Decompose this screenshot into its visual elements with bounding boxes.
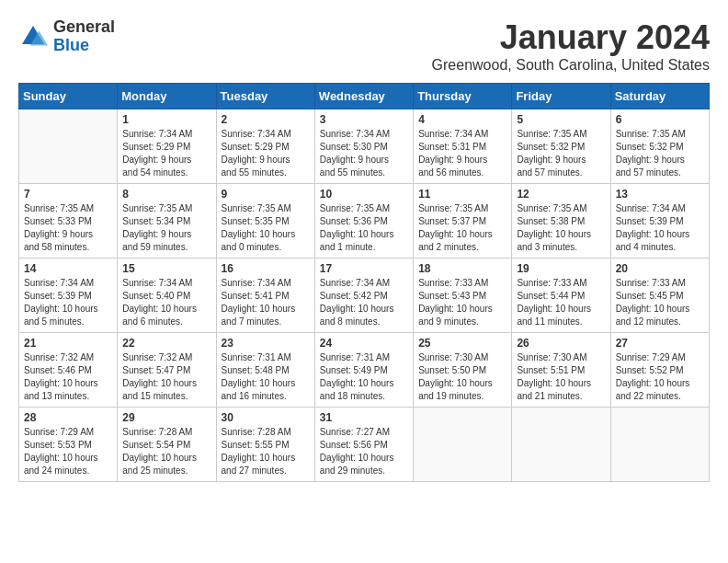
day-info: Sunrise: 7:28 AMSunset: 5:55 PMDaylight:… [222,426,310,477]
day-number: 14 [24,262,112,275]
day-number: 4 [418,113,506,126]
header-day-tuesday: Tuesday [216,84,314,109]
header-day-thursday: Thursday [414,84,512,109]
day-cell-10: 10Sunrise: 7:35 AMSunset: 5:36 PMDayligh… [314,184,413,259]
day-number: 24 [320,337,408,350]
day-cell-20: 20Sunrise: 7:33 AMSunset: 5:45 PMDayligh… [610,259,709,333]
location: Greenwood, South Carolina, United States [432,57,710,74]
day-info: Sunrise: 7:31 AMSunset: 5:48 PMDaylight:… [222,351,310,403]
day-number: 31 [320,411,408,424]
calendar-header: SundayMondayTuesdayWednesdayThursdayFrid… [19,84,710,109]
day-info: Sunrise: 7:34 AMSunset: 5:29 PMDaylight:… [122,128,210,179]
empty-cell [414,408,512,482]
day-cell-8: 8Sunrise: 7:35 AMSunset: 5:34 PMDaylight… [118,184,216,259]
empty-cell [19,109,118,184]
week-row-1: 1Sunrise: 7:34 AMSunset: 5:29 PMDaylight… [19,109,710,184]
logo-text: General Blue [53,18,115,55]
day-info: Sunrise: 7:31 AMSunset: 5:49 PMDaylight:… [320,351,408,403]
day-number: 6 [616,113,704,126]
day-number: 19 [517,262,605,275]
day-number: 23 [222,337,310,350]
day-info: Sunrise: 7:34 AMSunset: 5:39 PMDaylight:… [616,202,704,254]
header-day-wednesday: Wednesday [314,84,413,109]
day-info: Sunrise: 7:35 AMSunset: 5:38 PMDaylight:… [517,202,605,254]
week-row-4: 21Sunrise: 7:32 AMSunset: 5:46 PMDayligh… [19,333,710,408]
logo: General Blue [18,18,115,55]
logo-blue: Blue [53,37,115,55]
day-cell-1: 1Sunrise: 7:34 AMSunset: 5:29 PMDaylight… [118,109,216,184]
day-cell-12: 12Sunrise: 7:35 AMSunset: 5:38 PMDayligh… [512,184,610,259]
week-row-3: 14Sunrise: 7:34 AMSunset: 5:39 PMDayligh… [19,259,710,333]
day-cell-23: 23Sunrise: 7:31 AMSunset: 5:48 PMDayligh… [216,333,314,408]
day-info: Sunrise: 7:34 AMSunset: 5:31 PMDaylight:… [418,128,506,179]
day-info: Sunrise: 7:32 AMSunset: 5:46 PMDaylight:… [24,351,112,403]
day-cell-4: 4Sunrise: 7:34 AMSunset: 5:31 PMDaylight… [414,109,512,184]
day-info: Sunrise: 7:34 AMSunset: 5:29 PMDaylight:… [222,128,310,179]
day-cell-13: 13Sunrise: 7:34 AMSunset: 5:39 PMDayligh… [610,184,709,259]
day-cell-16: 16Sunrise: 7:34 AMSunset: 5:41 PMDayligh… [216,259,314,333]
day-info: Sunrise: 7:34 AMSunset: 5:40 PMDaylight:… [122,277,210,328]
day-number: 22 [122,337,210,350]
empty-cell [512,408,610,482]
month-title: January 2024 [432,18,710,57]
day-number: 28 [24,411,112,424]
header-day-monday: Monday [118,84,216,109]
day-cell-5: 5Sunrise: 7:35 AMSunset: 5:32 PMDaylight… [512,109,610,184]
day-number: 10 [320,188,408,201]
title-block: January 2024 Greenwood, South Carolina, … [432,18,710,74]
day-cell-19: 19Sunrise: 7:33 AMSunset: 5:44 PMDayligh… [512,259,610,333]
empty-cell [610,408,709,482]
day-number: 12 [517,188,605,201]
day-info: Sunrise: 7:35 AMSunset: 5:33 PMDaylight:… [24,202,112,254]
day-number: 25 [418,337,506,350]
day-cell-28: 28Sunrise: 7:29 AMSunset: 5:53 PMDayligh… [19,408,118,482]
day-cell-18: 18Sunrise: 7:33 AMSunset: 5:43 PMDayligh… [414,259,512,333]
header-row: SundayMondayTuesdayWednesdayThursdayFrid… [19,84,710,109]
day-info: Sunrise: 7:30 AMSunset: 5:51 PMDaylight:… [517,351,605,403]
day-info: Sunrise: 7:34 AMSunset: 5:41 PMDaylight:… [222,277,310,328]
day-info: Sunrise: 7:34 AMSunset: 5:39 PMDaylight:… [24,277,112,328]
day-number: 7 [24,188,112,201]
day-cell-27: 27Sunrise: 7:29 AMSunset: 5:52 PMDayligh… [610,333,709,408]
day-info: Sunrise: 7:35 AMSunset: 5:37 PMDaylight:… [418,202,506,254]
day-cell-14: 14Sunrise: 7:34 AMSunset: 5:39 PMDayligh… [19,259,118,333]
day-number: 3 [320,113,408,126]
day-info: Sunrise: 7:33 AMSunset: 5:45 PMDaylight:… [616,277,704,328]
day-info: Sunrise: 7:32 AMSunset: 5:47 PMDaylight:… [122,351,210,403]
day-number: 2 [222,113,310,126]
header-day-friday: Friday [512,84,610,109]
day-number: 1 [122,113,210,126]
day-cell-9: 9Sunrise: 7:35 AMSunset: 5:35 PMDaylight… [216,184,314,259]
day-number: 9 [222,188,310,201]
day-info: Sunrise: 7:33 AMSunset: 5:44 PMDaylight:… [517,277,605,328]
day-cell-31: 31Sunrise: 7:27 AMSunset: 5:56 PMDayligh… [314,408,413,482]
day-info: Sunrise: 7:34 AMSunset: 5:42 PMDaylight:… [320,277,408,328]
day-cell-15: 15Sunrise: 7:34 AMSunset: 5:40 PMDayligh… [118,259,216,333]
day-number: 11 [418,188,506,201]
day-info: Sunrise: 7:27 AMSunset: 5:56 PMDaylight:… [320,426,408,477]
day-cell-2: 2Sunrise: 7:34 AMSunset: 5:29 PMDaylight… [216,109,314,184]
day-number: 26 [517,337,605,350]
day-number: 21 [24,337,112,350]
day-info: Sunrise: 7:35 AMSunset: 5:32 PMDaylight:… [616,128,704,179]
day-info: Sunrise: 7:33 AMSunset: 5:43 PMDaylight:… [418,277,506,328]
calendar-body: 1Sunrise: 7:34 AMSunset: 5:29 PMDaylight… [19,109,710,482]
day-info: Sunrise: 7:30 AMSunset: 5:50 PMDaylight:… [418,351,506,403]
day-number: 30 [222,411,310,424]
day-info: Sunrise: 7:29 AMSunset: 5:52 PMDaylight:… [616,351,704,403]
day-number: 29 [122,411,210,424]
day-cell-25: 25Sunrise: 7:30 AMSunset: 5:50 PMDayligh… [414,333,512,408]
day-number: 18 [418,262,506,275]
day-number: 17 [320,262,408,275]
day-cell-11: 11Sunrise: 7:35 AMSunset: 5:37 PMDayligh… [414,184,512,259]
logo-general: General [53,18,115,37]
day-cell-3: 3Sunrise: 7:34 AMSunset: 5:30 PMDaylight… [314,109,413,184]
page-header: General Blue January 2024 Greenwood, Sou… [18,18,710,74]
day-info: Sunrise: 7:35 AMSunset: 5:36 PMDaylight:… [320,202,408,254]
day-cell-17: 17Sunrise: 7:34 AMSunset: 5:42 PMDayligh… [314,259,413,333]
day-cell-24: 24Sunrise: 7:31 AMSunset: 5:49 PMDayligh… [314,333,413,408]
day-number: 16 [222,262,310,275]
day-cell-6: 6Sunrise: 7:35 AMSunset: 5:32 PMDaylight… [610,109,709,184]
day-info: Sunrise: 7:35 AMSunset: 5:35 PMDaylight:… [222,202,310,254]
day-number: 13 [616,188,704,201]
